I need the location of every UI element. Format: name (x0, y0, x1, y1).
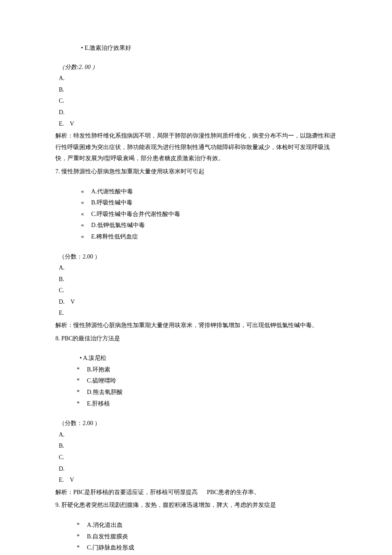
q7-option-a-text: A.代谢性酸中毒 (91, 186, 133, 198)
q8-explanation: 解析：PBC是肝移植的首要适应证，肝移植可明显提高 PBC患者的生存率。 (55, 487, 337, 498)
bullet-star: * (77, 531, 79, 543)
q6-option-e: • E.激素治疗效果好 (55, 43, 337, 54)
q8-option-c: *C.硫唑嘌呤 (77, 375, 337, 387)
q8-explain-1: 解析：PBC是肝移植的首要适应证，肝移植可明显提高 (55, 489, 198, 495)
q6-answer-b: B. (59, 84, 337, 96)
q9-option-b: *B.自发性腹膜炎 (77, 531, 337, 543)
q7-explanation: 解析：慢性肺源性心脏病急性加重期大量使用呋塞米，肾排钾排氯增加，可出现低钾低氯性… (55, 320, 337, 331)
q8-option-a: • A.泼尼松 (77, 353, 337, 364)
q8-score: （分数：2.00 ） (59, 418, 337, 429)
q6-answer-c: C. (59, 95, 337, 107)
q8-answer-e-label: E. (59, 477, 64, 483)
q8-option-c-text: C.硫唑嘌呤 (87, 375, 116, 387)
q8-option-e-text: E.肝移植 (87, 398, 110, 410)
bullet-quote: « (81, 197, 84, 209)
bullet-star: * (77, 387, 79, 398)
bullet-star: * (77, 375, 79, 387)
q8-answer-b: B. (59, 440, 337, 452)
q6-answer-e: E. V (59, 118, 337, 130)
q7-answer-c: C. (59, 285, 337, 296)
q7-option-e-text: E.稀释性低钙血症 (91, 231, 138, 243)
q7-option-c-text: C.呼吸性碱中毒合并代谢性酸中毒 (91, 209, 180, 220)
bullet-dot: • (81, 45, 83, 51)
q7-answer-e: E. (59, 308, 337, 319)
q9-option-c-text: C.门静脉血栓形成 (87, 542, 134, 554)
bullet-star: * (77, 364, 79, 376)
q7-option-c: «C.呼吸性碱中毒合并代谢性酸中毒 (81, 209, 337, 220)
q8-check-icon: V (70, 477, 74, 483)
bullet-quote: « (81, 231, 84, 243)
q9-option-a: *A.消化道出血 (77, 520, 337, 531)
q6-score: （分数:2. 00 ） (59, 62, 337, 73)
bullet-quote: « (81, 220, 84, 231)
q7-option-a: «A.代谢性酸中毒 (81, 186, 337, 198)
q9-option-b-text: B.自发性腹膜炎 (87, 531, 128, 543)
q8-answer-d: D. (59, 463, 337, 475)
q8-options: • A.泼尼松 *B.环抱素 *C.硫唑嘌呤 *D.熊去氧胆酸 *E.肝移植 (55, 353, 337, 409)
bullet-star: * (77, 398, 79, 410)
bullet-star: * (77, 520, 79, 531)
q8-option-e: *E.肝移植 (77, 398, 337, 410)
q7-answer-d: D. V (59, 296, 337, 308)
bullet-dot: • (80, 355, 82, 361)
q7-option-d: «D.低钾低氯性碱中毒 (81, 220, 337, 231)
q8-option-b-text: B.环抱素 (87, 364, 110, 376)
bullet-star: * (77, 542, 79, 554)
q7-answer-b: B. (59, 274, 337, 285)
q7-check-icon: V (70, 299, 75, 305)
q7-option-b-text: B.呼吸性碱中毒 (91, 197, 133, 209)
q7-answer-a: A. (59, 262, 337, 274)
q7-option-d-text: D.低钾低氯性碱中毒 (91, 220, 145, 231)
q7-stem: 7. 慢性肺源性心脏病急性加重期大量使用呋塞米时可引起 (55, 166, 337, 178)
q8-answer-e: E. V (59, 474, 337, 486)
q7-option-e: «E.稀释性低钙血症 (81, 231, 337, 243)
q8-explain-2: PBC患者的生存率。 (207, 489, 259, 495)
q8-option-d-text: D.熊去氧胆酸 (87, 387, 123, 398)
bullet-quote: « (81, 209, 84, 220)
q7-answer-d-label: D. (59, 299, 65, 305)
q7-option-b: «B.呼吸性碱中毒 (81, 197, 337, 209)
bullet-quote: « (81, 186, 84, 198)
q8-option-b: *B.环抱素 (77, 364, 337, 376)
q8-option-d: *D.熊去氧胆酸 (77, 387, 337, 398)
q9-option-a-text: A.消化道出血 (87, 520, 123, 531)
q7-options: «A.代谢性酸中毒 «B.呼吸性碱中毒 «C.呼吸性碱中毒合并代谢性酸中毒 «D… (55, 186, 337, 243)
q6-option-e-text: E.激素治疗效果好 (84, 45, 131, 51)
q9-options: *A.消化道出血 *B.自发性腹膜炎 *C.门静脉血栓形成 *D.肝肾综合征 (55, 520, 337, 555)
q7-score: （分数：2.00 ） (59, 251, 337, 263)
q6-explanation: 解析：特发性肺纤维化系指病因不明，局限于肺部的弥漫性肺间质纤维化，病变分布不均一… (55, 130, 337, 164)
q9-option-c: *C.门静脉血栓形成 (77, 542, 337, 554)
q6-check-icon: V (70, 121, 74, 127)
q9-stem: 9. 肝硬化患者突然出现剧烈腹痛，发热，腹腔积液迅速增加，脾大，考虑的并发症是 (55, 500, 337, 511)
q6-answer-a: A. (59, 73, 337, 84)
q8-option-a-text: A.泼尼松 (83, 355, 107, 361)
q6-answer-d: D. (59, 107, 337, 118)
q8-stem: 8. PBC的最佳治疗方法是 (55, 333, 337, 345)
q8-answer-a: A. (59, 429, 337, 441)
q8-answer-c: C. (59, 452, 337, 463)
q6-answer-e-label: E. (59, 121, 64, 127)
